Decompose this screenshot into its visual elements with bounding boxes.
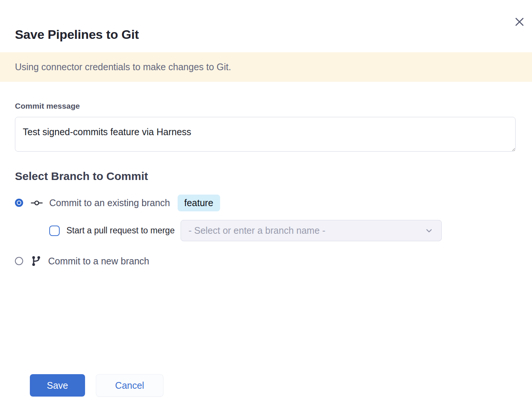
cancel-button[interactable]: Cancel	[96, 374, 163, 397]
pull-request-checkbox[interactable]	[49, 226, 60, 236]
connector-credentials-banner: Using connector credentials to make chan…	[0, 52, 532, 82]
existing-branch-radio[interactable]	[15, 199, 23, 207]
selected-branch-badge: feature	[178, 195, 220, 211]
merge-branch-dropdown[interactable]: - Select or enter a branch name -	[181, 220, 442, 241]
modal-actions: Save Cancel	[15, 374, 517, 413]
modal-title: Save Pipelines to Git	[15, 27, 517, 42]
close-icon	[514, 17, 525, 27]
pull-request-row: Start a pull request to merge - Select o…	[49, 220, 517, 241]
new-branch-radio[interactable]	[15, 257, 23, 265]
select-branch-heading: Select Branch to Commit	[15, 170, 517, 183]
banner-text: Using connector credentials to make chan…	[15, 62, 231, 72]
modal-body: Commit message Test signed-commits featu…	[0, 82, 532, 413]
existing-branch-label[interactable]: Commit to an existing branch	[49, 198, 170, 208]
git-branch-icon	[31, 255, 42, 267]
dropdown-placeholder: - Select or enter a branch name -	[188, 225, 325, 236]
chevron-down-icon	[424, 226, 434, 236]
commit-message-label: Commit message	[15, 101, 517, 111]
save-pipelines-modal: Save Pipelines to Git Using connector cr…	[0, 0, 532, 413]
new-branch-option: Commit to a new branch	[15, 256, 517, 266]
new-branch-label[interactable]: Commit to a new branch	[48, 256, 149, 267]
existing-branch-option: Commit to an existing branch feature	[15, 194, 517, 211]
save-button[interactable]: Save	[30, 374, 85, 397]
git-commit-icon	[31, 199, 43, 207]
commit-message-input[interactable]: Test signed-commits feature via Harness	[15, 117, 516, 152]
pull-request-label[interactable]: Start a pull request to merge	[66, 226, 175, 236]
close-button[interactable]	[513, 15, 526, 28]
